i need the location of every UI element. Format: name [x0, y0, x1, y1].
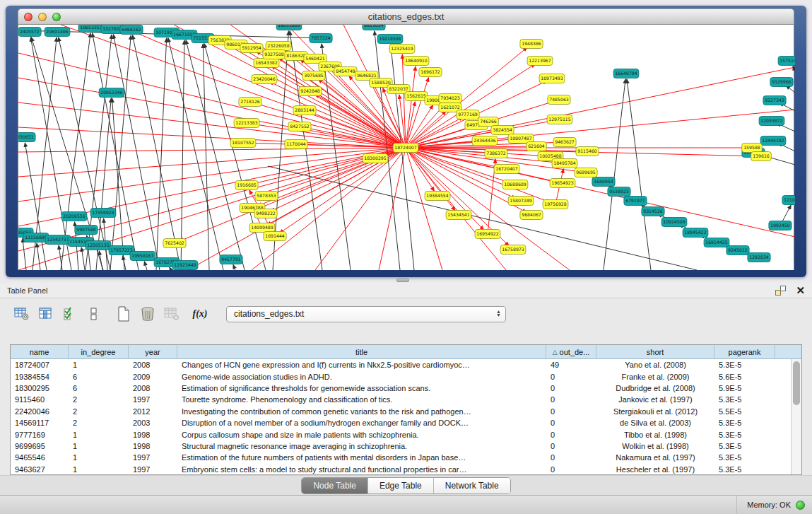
- graph-node[interactable]: 12213967: [527, 57, 553, 66]
- tab-network-table[interactable]: Network Table: [434, 478, 510, 493]
- graph-node[interactable]: 621604: [526, 142, 547, 151]
- table-row[interactable]: 2242004622012Investigating the contribut…: [11, 406, 801, 417]
- delete-table-button[interactable]: [137, 303, 158, 325]
- toggle-views-button[interactable]: [83, 303, 105, 325]
- graph-node[interactable]: 10688609: [502, 180, 528, 189]
- column-header-out_de[interactable]: △out_de...: [546, 345, 596, 358]
- graph-node[interactable]: 11156889: [23, 233, 49, 243]
- table-row[interactable]: 977716911998Corpus callosum shape and si…: [11, 428, 801, 440]
- close-panel-icon[interactable]: ✕: [796, 285, 805, 296]
- graph-node[interactable]: 7485063: [548, 95, 570, 105]
- graph-node[interactable]: 20691406: [45, 28, 70, 37]
- graph-node[interactable]: 3975685: [302, 71, 325, 81]
- graph-node[interactable]: 9699695: [575, 168, 597, 177]
- graph-node[interactable]: 7934023: [439, 94, 461, 103]
- graph-node[interactable]: 8427552: [288, 122, 311, 132]
- table-selector-dropdown[interactable]: citations_edges.txt ▲▼: [226, 306, 506, 322]
- graph-node[interactable]: 15807249: [508, 197, 534, 206]
- table-vertical-scrollbar[interactable]: [791, 359, 801, 474]
- graph-node[interactable]: 17359924: [90, 209, 116, 218]
- graph-node[interactable]: 9129966: [770, 78, 793, 87]
- graph-node[interactable]: 23420046: [252, 75, 277, 84]
- graph-node[interactable]: 19384554: [425, 192, 450, 201]
- graph-node[interactable]: 5912954: [240, 44, 263, 53]
- graph-node[interactable]: 12505135: [86, 241, 111, 250]
- graph-node[interactable]: 19756928: [543, 200, 568, 209]
- table-row[interactable]: 1830029562008Estimation of significance …: [11, 382, 801, 394]
- graph-node[interactable]: 9227343: [763, 96, 786, 105]
- graph-node[interactable]: 20206556: [61, 212, 87, 221]
- graph-node[interactable]: 19654923: [550, 179, 575, 188]
- graph-node[interactable]: 14099489: [249, 223, 275, 233]
- table-settings-button[interactable]: [11, 303, 33, 325]
- column-header-year[interactable]: year: [129, 345, 177, 358]
- graph-node[interactable]: 1292834: [748, 253, 770, 262]
- graph-node[interactable]: 9538923: [608, 187, 630, 197]
- graph-node[interactable]: 15751074: [778, 57, 795, 66]
- table-row[interactable]: 911546021997Tourette syndrome. Phenomeno…: [11, 394, 801, 405]
- graph-node[interactable]: 9457791: [220, 255, 242, 264]
- scrollbar-thumb[interactable]: [793, 361, 800, 405]
- panel-split-divider[interactable]: [0, 277, 812, 283]
- split-drag-handle[interactable]: [396, 279, 409, 282]
- graph-node[interactable]: 2718126: [239, 98, 261, 107]
- graph-node[interactable]: 9242848: [299, 87, 322, 96]
- graph-node[interactable]: 10924509: [661, 218, 687, 227]
- column-header-in_degree[interactable]: in_degree: [69, 345, 129, 358]
- table-row[interactable]: 946362711997Embryonic stem cells: a mode…: [11, 464, 801, 475]
- graph-node[interactable]: 15434541: [446, 211, 471, 220]
- import-table-button[interactable]: [161, 303, 182, 325]
- graph-node[interactable]: 16954922: [475, 230, 500, 239]
- graph-node[interactable]: 1916685: [235, 181, 258, 190]
- graph-node[interactable]: 9327508: [263, 50, 286, 59]
- graph-node[interactable]: 3824554: [491, 126, 514, 135]
- table-row[interactable]: 969969511998Structural magnetic resonanc…: [11, 440, 801, 452]
- float-panel-icon[interactable]: [775, 286, 786, 296]
- graph-node[interactable]: 9115460: [576, 147, 599, 156]
- graph-node[interactable]: 9498222: [254, 209, 277, 218]
- graph-node[interactable]: 8454749: [334, 67, 357, 76]
- tab-edge-table[interactable]: Edge Table: [368, 478, 434, 493]
- graph-node[interactable]: 18945422: [683, 228, 708, 238]
- graph-node[interactable]: 12213383: [234, 119, 259, 128]
- graph-node[interactable]: 6466162: [120, 25, 143, 35]
- network-canvas[interactable]: 2405572206914061065325715276026466162107…: [18, 25, 794, 270]
- window-titlebar[interactable]: citations_edges.txt: [18, 8, 794, 25]
- graph-node[interactable]: 10973493: [539, 74, 565, 83]
- graph-node[interactable]: 5878353: [255, 192, 278, 201]
- graph-node[interactable]: 6791977: [624, 197, 647, 206]
- graph-node[interactable]: 19958167: [130, 252, 155, 261]
- graph-node[interactable]: 2405572: [18, 28, 41, 37]
- graph-node[interactable]: 9314526: [642, 207, 664, 216]
- graph-node[interactable]: 19218506: [377, 35, 403, 44]
- graph-node[interactable]: 2330651: [18, 133, 35, 142]
- graph-node[interactable]: 8813054: [363, 25, 385, 30]
- graph-node[interactable]: 16648794: [613, 69, 639, 78]
- graph-node[interactable]: 16720407: [494, 165, 519, 174]
- graph-node[interactable]: 1691444: [264, 232, 286, 241]
- column-header-title[interactable]: title: [177, 345, 546, 358]
- graph-node[interactable]: 9997588: [75, 226, 98, 235]
- column-header-pagerank[interactable]: pagerank: [714, 345, 775, 358]
- graph-node[interactable]: 18107552: [230, 139, 256, 148]
- zoom-window-button[interactable]: [52, 13, 61, 21]
- graph-node[interactable]: 1640954: [592, 177, 615, 187]
- graph-node[interactable]: 12975115: [547, 115, 572, 124]
- graph-node[interactable]: 159588: [742, 144, 763, 153]
- graph-node[interactable]: 16914425: [704, 238, 729, 247]
- graph-node[interactable]: 18640910: [404, 57, 429, 66]
- graph-node[interactable]: 18495784: [552, 159, 577, 168]
- graph-node[interactable]: 1210345: [782, 196, 795, 205]
- graph-node[interactable]: 24364436: [472, 136, 498, 146]
- graph-node[interactable]: 7625402: [163, 239, 186, 248]
- graph-node[interactable]: 1562615: [405, 92, 428, 101]
- minimize-window-button[interactable]: [38, 13, 47, 21]
- table-row[interactable]: 1938455462009Genome-wide association stu…: [11, 370, 801, 382]
- graph-node[interactable]: 23226058: [266, 42, 291, 51]
- graph-node[interactable]: 16758973: [500, 245, 526, 255]
- graph-node[interactable]: 16543382: [254, 59, 279, 68]
- graph-node[interactable]: 1948386: [520, 40, 543, 49]
- table-row[interactable]: 1456911722003Disruption of a novel membe…: [11, 417, 801, 428]
- graph-node[interactable]: 1696172: [419, 68, 442, 77]
- close-window-button[interactable]: [24, 13, 33, 21]
